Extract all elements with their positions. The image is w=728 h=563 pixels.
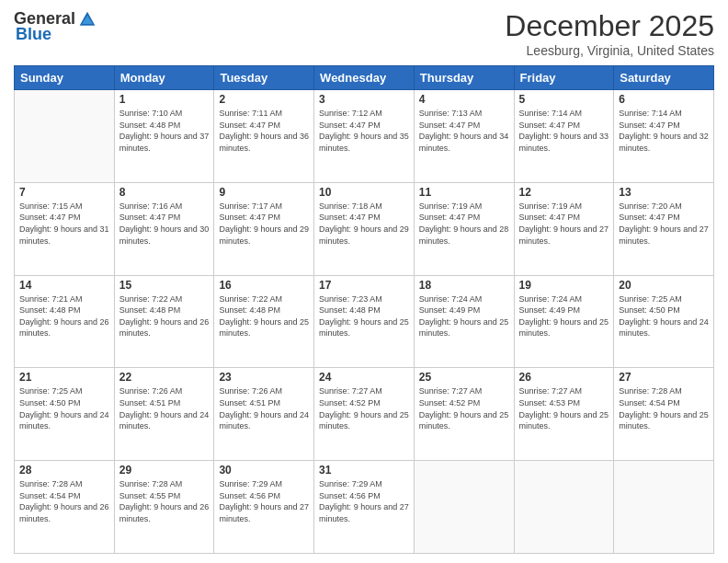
day-number: 18 [419,279,509,292]
daylight-text: Daylight: 9 hours and 32 minutes. [619,132,709,153]
sunset-text: Sunset: 4:47 PM [519,213,581,222]
calendar-cell-w3-d3: 16Sunrise: 7:22 AMSunset: 4:48 PMDayligh… [214,275,314,368]
daylight-text: Daylight: 9 hours and 34 minutes. [419,132,509,153]
daylight-text: Daylight: 9 hours and 30 minutes. [119,224,210,246]
day-info: Sunrise: 7:28 AMSunset: 4:54 PMDaylight:… [19,478,109,524]
daylight-text: Daylight: 9 hours and 25 minutes. [219,317,309,339]
title-block: December 2025 Leesburg, Virginia, United… [505,9,714,58]
day-number: 22 [119,371,210,384]
daylight-text: Daylight: 9 hours and 35 minutes. [319,132,409,153]
day-info: Sunrise: 7:27 AMSunset: 4:52 PMDaylight:… [319,385,409,431]
sunrise-text: Sunrise: 7:24 AM [419,294,483,304]
day-number: 31 [319,464,409,477]
day-number: 2 [219,93,309,106]
day-number: 14 [19,279,109,292]
day-number: 11 [419,186,509,199]
day-info: Sunrise: 7:19 AMSunset: 4:47 PMDaylight:… [419,201,509,247]
sunset-text: Sunset: 4:51 PM [119,398,181,408]
daylight-text: Daylight: 9 hours and 31 minutes. [19,224,109,246]
sunset-text: Sunset: 4:47 PM [319,121,381,130]
day-number: 8 [119,186,210,199]
calendar-cell-w1-d3: 2Sunrise: 7:11 AMSunset: 4:47 PMDaylight… [214,90,314,183]
logo-blue: Blue [16,25,51,44]
sunset-text: Sunset: 4:50 PM [619,305,680,315]
sunrise-text: Sunrise: 7:27 AM [419,386,483,396]
sunset-text: Sunset: 4:47 PM [419,121,481,130]
day-info: Sunrise: 7:10 AMSunset: 4:48 PMDaylight:… [119,108,210,154]
sunrise-text: Sunrise: 7:23 AM [319,294,382,304]
sunset-text: Sunset: 4:47 PM [19,213,81,222]
col-monday: Monday [114,66,214,90]
day-number: 26 [519,371,609,384]
day-number: 24 [319,371,409,384]
calendar-cell-w3-d6: 19Sunrise: 7:24 AMSunset: 4:49 PMDayligh… [514,275,614,368]
daylight-text: Daylight: 9 hours and 24 minutes. [119,410,210,431]
sunrise-text: Sunrise: 7:20 AM [619,201,682,211]
day-info: Sunrise: 7:15 AMSunset: 4:47 PMDaylight:… [19,201,109,247]
sunrise-text: Sunrise: 7:22 AM [119,294,183,304]
day-info: Sunrise: 7:22 AMSunset: 4:48 PMDaylight:… [219,293,309,339]
calendar-cell-w4-d6: 26Sunrise: 7:27 AMSunset: 4:53 PMDayligh… [514,368,614,461]
sunrise-text: Sunrise: 7:28 AM [119,479,183,488]
day-number: 17 [319,279,409,292]
day-info: Sunrise: 7:25 AMSunset: 4:50 PMDaylight:… [19,385,109,431]
month-title: December 2025 [505,9,714,43]
day-number: 4 [419,93,509,106]
daylight-text: Daylight: 9 hours and 25 minutes. [419,410,509,431]
calendar-cell-w1-d7: 6Sunrise: 7:14 AMSunset: 4:47 PMDaylight… [614,90,714,183]
col-saturday: Saturday [614,66,714,90]
logo-icon [78,10,97,29]
day-info: Sunrise: 7:22 AMSunset: 4:48 PMDaylight:… [119,293,210,339]
sunrise-text: Sunrise: 7:15 AM [19,201,83,211]
sunrise-text: Sunrise: 7:19 AM [519,201,583,211]
calendar-week-1: 1Sunrise: 7:10 AMSunset: 4:48 PMDaylight… [15,90,714,183]
calendar-cell-w4-d3: 23Sunrise: 7:26 AMSunset: 4:51 PMDayligh… [214,368,314,461]
day-number: 1 [119,93,210,106]
day-info: Sunrise: 7:20 AMSunset: 4:47 PMDaylight:… [619,201,709,247]
daylight-text: Daylight: 9 hours and 27 minutes. [619,224,709,246]
sunrise-text: Sunrise: 7:25 AM [19,386,83,396]
day-info: Sunrise: 7:14 AMSunset: 4:47 PMDaylight:… [619,108,709,154]
day-number: 7 [19,186,109,199]
calendar-cell-w5-d3: 30Sunrise: 7:29 AMSunset: 4:56 PMDayligh… [214,461,314,554]
day-info: Sunrise: 7:27 AMSunset: 4:52 PMDaylight:… [419,385,509,431]
sunrise-text: Sunrise: 7:16 AM [119,201,183,211]
page: General Blue December 2025 Leesburg, Vir… [0,0,728,563]
calendar-cell-w5-d1: 28Sunrise: 7:28 AMSunset: 4:54 PMDayligh… [15,461,115,554]
calendar-cell-w1-d1 [15,90,115,183]
calendar-cell-w1-d2: 1Sunrise: 7:10 AMSunset: 4:48 PMDaylight… [114,90,214,183]
daylight-text: Daylight: 9 hours and 24 minutes. [219,410,309,431]
sunrise-text: Sunrise: 7:28 AM [19,479,83,488]
sunset-text: Sunset: 4:55 PM [119,491,181,500]
day-info: Sunrise: 7:14 AMSunset: 4:47 PMDaylight:… [519,108,609,154]
daylight-text: Daylight: 9 hours and 24 minutes. [619,317,709,339]
day-number: 30 [219,464,309,477]
calendar-cell-w2-d1: 7Sunrise: 7:15 AMSunset: 4:47 PMDaylight… [15,182,115,275]
sunrise-text: Sunrise: 7:14 AM [519,109,583,118]
day-info: Sunrise: 7:11 AMSunset: 4:47 PMDaylight:… [219,108,309,154]
day-info: Sunrise: 7:12 AMSunset: 4:47 PMDaylight:… [319,108,409,154]
sunset-text: Sunset: 4:47 PM [319,213,381,222]
calendar-cell-w2-d3: 9Sunrise: 7:17 AMSunset: 4:47 PMDaylight… [214,182,314,275]
day-number: 21 [19,371,109,384]
sunrise-text: Sunrise: 7:24 AM [519,294,583,304]
day-info: Sunrise: 7:28 AMSunset: 4:54 PMDaylight:… [619,385,709,431]
calendar-week-4: 21Sunrise: 7:25 AMSunset: 4:50 PMDayligh… [15,368,714,461]
calendar-cell-w5-d7 [614,461,714,554]
calendar-cell-w4-d7: 27Sunrise: 7:28 AMSunset: 4:54 PMDayligh… [614,368,714,461]
day-number: 15 [119,279,210,292]
sunrise-text: Sunrise: 7:29 AM [319,479,382,488]
calendar-cell-w2-d2: 8Sunrise: 7:16 AMSunset: 4:47 PMDaylight… [114,182,214,275]
daylight-text: Daylight: 9 hours and 26 minutes. [19,317,109,339]
calendar-cell-w5-d6 [514,461,614,554]
sunrise-text: Sunrise: 7:12 AM [319,109,382,118]
sunset-text: Sunset: 4:54 PM [619,398,680,408]
day-number: 9 [219,186,309,199]
calendar-cell-w1-d4: 3Sunrise: 7:12 AMSunset: 4:47 PMDaylight… [314,90,415,183]
sunset-text: Sunset: 4:47 PM [519,121,581,130]
sunset-text: Sunset: 4:49 PM [419,305,481,315]
daylight-text: Daylight: 9 hours and 25 minutes. [519,410,609,431]
daylight-text: Daylight: 9 hours and 33 minutes. [519,132,609,153]
calendar-cell-w3-d4: 17Sunrise: 7:23 AMSunset: 4:48 PMDayligh… [314,275,415,368]
daylight-text: Daylight: 9 hours and 26 minutes. [19,502,109,523]
